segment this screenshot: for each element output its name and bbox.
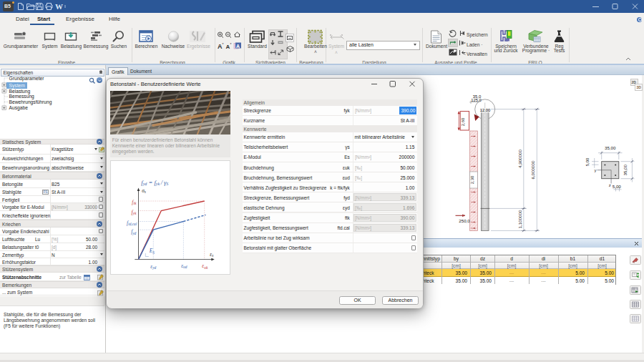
svg-text:z: z xyxy=(609,183,611,187)
svg-text:fyd: fyd xyxy=(131,228,136,235)
svg-text:ES: ES xyxy=(148,248,155,255)
svg-text:εuk: εuk xyxy=(202,263,208,270)
svg-text:εyd: εyd xyxy=(150,263,156,270)
svg-text:W: W xyxy=(55,2,63,11)
svg-text:σs: σs xyxy=(142,188,146,194)
svg-text:250,0: 250,0 xyxy=(459,218,470,223)
svg-text:A: A xyxy=(236,44,240,49)
svg-text:2,30: 2,30 xyxy=(470,176,474,184)
svg-text:*: * xyxy=(230,42,232,47)
svg-text:y: y xyxy=(595,168,597,172)
svg-text:εud: εud xyxy=(181,263,187,270)
svg-text:12,00: 12,00 xyxy=(480,108,491,112)
svg-text:5,00: 5,00 xyxy=(613,184,622,189)
svg-text:ftd,cal: ftd,cal xyxy=(127,220,137,227)
svg-text:*: * xyxy=(223,42,224,47)
svg-text:4,900000: 4,900000 xyxy=(517,150,522,168)
svg-text:2,60: 2,60 xyxy=(461,118,465,126)
svg-text:fyd = fyk / γS: fyd = fyk / γS xyxy=(141,179,168,187)
svg-text:5,00: 5,00 xyxy=(585,157,590,166)
svg-text:εs: εs xyxy=(210,252,213,258)
svg-text:35,00: 35,00 xyxy=(623,164,628,175)
svg-text:6,000000: 6,000000 xyxy=(530,160,535,179)
svg-text:125,0: 125,0 xyxy=(471,98,482,102)
svg-text:ftk: ftk xyxy=(132,199,137,206)
svg-text:fyk: fyk xyxy=(131,209,136,216)
svg-text:35,00: 35,00 xyxy=(605,145,616,150)
svg-text:1,100000: 1,100000 xyxy=(517,210,522,228)
